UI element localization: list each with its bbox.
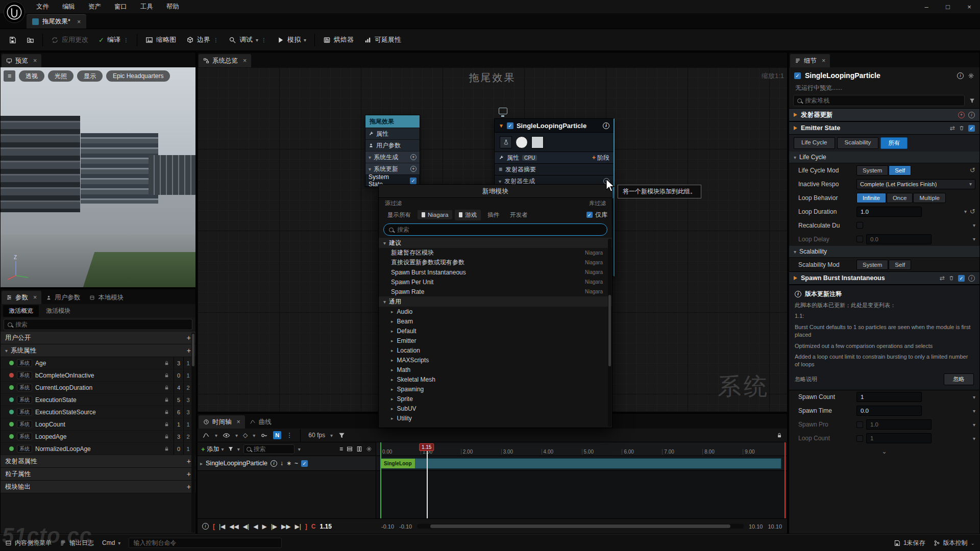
enabled-checkbox[interactable]: ✓	[410, 178, 416, 184]
isolate-icon[interactable]: ↓	[280, 460, 283, 467]
asset-tab-trail-effect[interactable]: 拖尾效果* ×	[27, 14, 86, 29]
apply-changes-button[interactable]: 应用更改	[46, 32, 93, 48]
module-enabled-checkbox[interactable]: ✓	[968, 125, 975, 132]
loop-delay-checkbox[interactable]	[856, 236, 863, 242]
timeline-scrollbar-thumb[interactable]	[430, 524, 731, 528]
filter-icon[interactable]	[969, 97, 975, 104]
emitter-node-header[interactable]: ▼ ✓ SingleLoopingParticle i	[495, 119, 614, 132]
timeline-lane[interactable]: 0.001.002.003.004.005.006.007.008.009.00…	[376, 442, 787, 518]
add-parameter-button[interactable]: +	[187, 483, 191, 491]
parameter-row[interactable]: 系统 LoopCount 11	[1, 418, 195, 431]
spawn-time-input[interactable]: 0.0	[856, 406, 922, 416]
add-parameter-button[interactable]: +	[187, 334, 191, 342]
time-ruler[interactable]: 0.001.002.003.004.005.006.007.008.009.00	[376, 442, 787, 456]
minimize-button[interactable]: –	[916, 3, 937, 11]
close-panel-icon[interactable]: ×	[237, 418, 240, 425]
viewport-menu-button[interactable]: ≡	[4, 70, 15, 82]
system-properties-row[interactable]: 属性	[365, 128, 420, 139]
chevron-down-icon[interactable]: ▾	[237, 446, 240, 452]
view-columns-icon[interactable]	[356, 446, 362, 452]
system-user-params-row[interactable]: 用户参数	[365, 139, 420, 151]
filter-icon[interactable]	[228, 446, 234, 452]
swap-version-icon[interactable]: ⇄	[950, 124, 955, 132]
track-header-singleloopingparticle[interactable]: ▸ SingleLoopingParticle i ↓ ∗ ~ ✓	[198, 456, 376, 471]
burst-icon[interactable]: ∗	[286, 460, 291, 467]
value-source-dropdown-icon[interactable]: ▾	[973, 394, 975, 400]
loop-multiple-button[interactable]: Multiple	[913, 193, 946, 203]
menu-item[interactable]: 资产	[82, 3, 108, 11]
emitter-summary-row[interactable]: ≡ 发射器摘要	[495, 163, 614, 175]
preview-viewport[interactable]: ≡ 透视 光照 显示 Epic Headquarters Z	[1, 67, 195, 287]
console-input[interactable]	[129, 538, 282, 548]
ignore-button[interactable]: 忽略	[944, 373, 974, 385]
module-item[interactable]: 直接设置新参数或现有参数 Niagara	[379, 258, 612, 267]
scene-preset-button[interactable]: Epic Headquarters	[106, 70, 170, 82]
chevron-down-icon[interactable]: ▾	[330, 433, 333, 438]
view-range-start[interactable]: -0.10	[381, 523, 394, 530]
module-category[interactable]: ▸ SubUV	[379, 404, 612, 413]
parameter-group-header[interactable]: 发射器属性 +	[1, 455, 195, 468]
filter-icon[interactable]	[338, 432, 346, 439]
emitter-icon-slot[interactable]	[500, 136, 512, 148]
track-search[interactable]	[243, 444, 295, 454]
simulate-dropdown-icon[interactable]: ▾	[304, 37, 306, 43]
parameter-row[interactable]: 系统 CurrentLoopDuration 42	[1, 382, 195, 394]
trash-icon[interactable]	[948, 275, 954, 281]
more-options-icon[interactable]: ⋮	[286, 432, 292, 439]
value-source-dropdown-icon[interactable]: ▾	[973, 222, 975, 228]
filter-game[interactable]: 游戏	[455, 210, 481, 220]
library-only-checkbox[interactable]: ✓	[586, 212, 593, 218]
snap-diamond-icon[interactable]: ◇	[243, 432, 248, 439]
view-list-icon[interactable]: ≡	[339, 445, 343, 453]
baker-button[interactable]: 烘焙器	[318, 32, 358, 48]
loop-count-checkbox[interactable]	[856, 435, 863, 442]
scalability-group-header[interactable]: ▾ Scalability	[789, 246, 979, 258]
unreal-engine-logo[interactable]	[4, 2, 25, 23]
inactive-response-dropdown[interactable]: Complete (Let Particles Finish) ▾	[856, 179, 975, 189]
emitter-track-lane[interactable]: SingleLoop	[376, 456, 787, 471]
transport-button[interactable]: |▶	[271, 523, 277, 530]
emitter-clip-label[interactable]: SingleLoop	[381, 459, 414, 468]
parameter-group-header[interactable]: 粒子属性 +	[1, 468, 195, 481]
parameter-row[interactable]: 系统 ExecutionStateSource 63	[1, 406, 195, 418]
module-category[interactable]: ▸ Utility	[379, 413, 612, 423]
perspective-button[interactable]: 透视	[19, 70, 44, 82]
tab-system-overview[interactable]: 系统总览 ×	[199, 54, 251, 67]
popup-scrollbar[interactable]	[608, 239, 611, 427]
chevron-down-icon[interactable]: ▾	[235, 433, 238, 438]
unsaved-assets-button[interactable]: 1未保存	[894, 539, 925, 547]
scalability-button[interactable]: 可延展性	[359, 32, 406, 48]
working-range-end[interactable]: 10.10	[749, 523, 763, 530]
parameters-scrollbar[interactable]	[191, 333, 195, 533]
section-spawn-burst[interactable]: Spawn Burst Instantaneous ⇄ ✓ i	[789, 271, 979, 285]
close-panel-icon[interactable]: ×	[33, 57, 37, 64]
filter-developer[interactable]: 开发者	[506, 210, 532, 220]
spawn-count-input[interactable]: 1	[856, 392, 922, 402]
add-parameter-button[interactable]: +	[187, 457, 191, 465]
tab-life-cycle[interactable]: Life Cycle	[794, 137, 835, 149]
add-module-icon[interactable]: +	[958, 112, 965, 118]
compile-options-icon[interactable]: ⋮	[124, 37, 129, 43]
transport-button[interactable]: ◀	[253, 523, 258, 530]
module-category[interactable]: ▸ Spawning	[379, 384, 612, 394]
thumbnail-button[interactable]: 缩略图	[141, 32, 181, 48]
scalability-system-button[interactable]: System	[856, 260, 888, 270]
value-source-dropdown-icon[interactable]: ▾	[973, 408, 975, 414]
swap-version-icon[interactable]: ⇄	[940, 274, 945, 282]
bounds-options-icon[interactable]: ⋮	[213, 37, 218, 43]
loop-delay-input[interactable]: 0.0	[866, 234, 932, 244]
emitter-clip[interactable]: SingleLoop	[380, 458, 781, 469]
close-panel-icon[interactable]: ×	[243, 57, 247, 64]
fps-selector[interactable]: 60 fps	[308, 432, 325, 439]
menu-item[interactable]: 编辑	[56, 3, 82, 11]
module-category[interactable]: ▸ Emitter	[379, 336, 612, 345]
view-rows-icon[interactable]	[347, 446, 353, 452]
view-range-end[interactable]: 10.10	[768, 523, 782, 530]
transport-button[interactable]: ◀|	[243, 523, 249, 530]
simulate-button[interactable]: 模拟 ▾	[272, 32, 311, 48]
module-category[interactable]: ▸ Audio	[379, 307, 612, 316]
browse-asset-button[interactable]	[22, 32, 39, 48]
save-button[interactable]	[4, 32, 21, 48]
tab-preview[interactable]: 预览 ×	[2, 54, 41, 67]
group-system-attributes[interactable]: ▾ 系统属性 +	[1, 344, 195, 357]
